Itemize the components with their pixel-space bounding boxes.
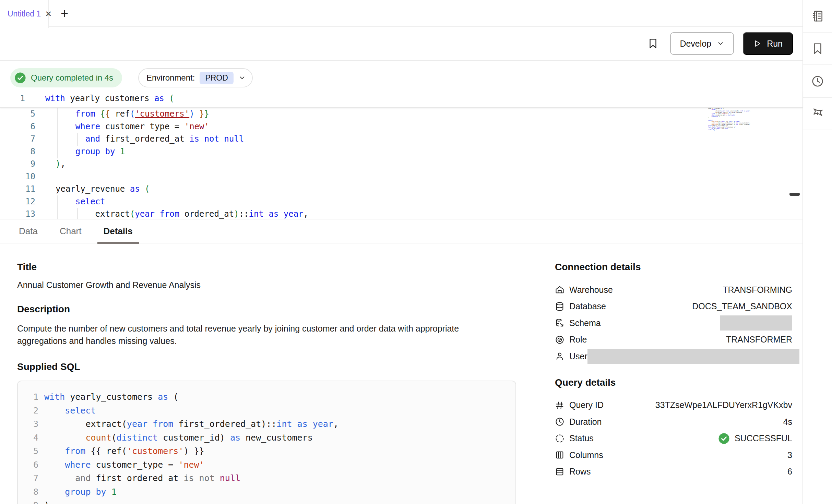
status-row: StatusSUCCESSFUL bbox=[555, 430, 792, 447]
line-number: 13 bbox=[0, 209, 35, 219]
sidebar-history-button[interactable] bbox=[803, 65, 832, 98]
line-code: ), bbox=[44, 500, 55, 504]
line-code: count(distinct customer_id) as new_custo… bbox=[44, 433, 313, 443]
duration-row: Duration4s bbox=[555, 413, 792, 430]
app-root: Untitled 1 ✕ + Develop Run Query compl bbox=[0, 0, 832, 504]
line-code: from {{ ref('customers') }} bbox=[56, 109, 209, 119]
row-value: DOCS_TEAM_SANDBOX bbox=[692, 301, 792, 311]
schema-row: Schema bbox=[555, 315, 792, 332]
hash-icon bbox=[555, 400, 569, 410]
tab-title[interactable]: Untitled 1 bbox=[8, 9, 41, 19]
develop-button[interactable]: Develop bbox=[670, 32, 734, 55]
redacted-value bbox=[720, 315, 792, 331]
role-row: RoleTRANSFORMER bbox=[555, 332, 792, 348]
line-code: yearly_revenue as ( bbox=[56, 184, 150, 194]
query-status-text: Query completed in 4s bbox=[31, 73, 113, 83]
columns-row: Columns3 bbox=[555, 447, 792, 464]
line-code: select bbox=[44, 406, 96, 416]
spinner-icon bbox=[555, 434, 569, 443]
schema-icon bbox=[555, 318, 569, 328]
line-code: with yearly_customers as ( bbox=[44, 392, 178, 402]
sidebar-sparkle-button[interactable] bbox=[803, 98, 832, 130]
bookmark-icon[interactable] bbox=[645, 35, 661, 52]
query-status-pill: Query completed in 4s bbox=[10, 68, 122, 87]
code-editor[interactable]: 1 with yearly_customers as ( 5 from {{ r… bbox=[0, 90, 803, 219]
line-number: 2 bbox=[18, 406, 38, 416]
editor-line[interactable]: 10 bbox=[0, 170, 803, 183]
line-number: 3 bbox=[18, 419, 38, 429]
tab-details[interactable]: Details bbox=[97, 219, 139, 243]
line-code: where customer_type = 'new' bbox=[56, 122, 209, 131]
query-id-row: Query ID33TZseWpe1ALFDUYerxR1gVKxbv bbox=[555, 397, 792, 414]
query-details-heading: Query details bbox=[555, 377, 792, 388]
editor-line[interactable]: 6 where customer_type = 'new' bbox=[0, 120, 803, 133]
row-label: Role bbox=[569, 335, 587, 345]
indent-guide bbox=[57, 195, 58, 219]
sidebar-notebook-button[interactable] bbox=[803, 0, 832, 33]
history-icon bbox=[811, 75, 824, 88]
clock-icon bbox=[555, 417, 569, 427]
row-label: Duration bbox=[569, 417, 602, 427]
connection-details-heading: Connection details bbox=[555, 262, 792, 273]
row-value: 3 bbox=[787, 450, 792, 460]
line-number: 4 bbox=[18, 433, 38, 443]
develop-label: Develop bbox=[680, 39, 711, 49]
columns-icon bbox=[555, 450, 569, 460]
role-icon bbox=[555, 335, 569, 345]
connection-rows: WarehouseTRANSFORMINGDatabaseDOCS_TEAM_S… bbox=[555, 281, 792, 365]
success-check-icon bbox=[14, 72, 26, 84]
rows-icon bbox=[555, 467, 569, 477]
line-code: ), bbox=[56, 159, 66, 169]
line-code: from {{ ref('customers') }} bbox=[44, 446, 204, 456]
editor-line[interactable]: 12 select bbox=[0, 195, 803, 208]
database-row: DatabaseDOCS_TEAM_SANDBOX bbox=[555, 298, 792, 315]
chevron-down-icon bbox=[238, 74, 246, 82]
warehouse-icon bbox=[555, 285, 569, 295]
sql-line: 6 where customer_type = 'new' bbox=[18, 458, 515, 472]
editor-line[interactable]: 9), bbox=[0, 158, 803, 170]
tab-data[interactable]: Data bbox=[13, 219, 44, 243]
line-number: 10 bbox=[0, 172, 35, 181]
environment-selector[interactable]: Environment: PROD bbox=[138, 68, 253, 87]
row-label: Query ID bbox=[569, 400, 604, 410]
tab-chart[interactable]: Chart bbox=[54, 219, 88, 243]
row-label: Warehouse bbox=[569, 285, 613, 295]
status-row: Query completed in 4s Environment: PROD bbox=[0, 61, 803, 90]
row-label: Schema bbox=[569, 318, 601, 328]
sticky-scroll-line[interactable]: 1 with yearly_customers as ( bbox=[0, 90, 803, 108]
sql-line: 4 count(distinct customer_id) as new_cus… bbox=[18, 431, 515, 445]
supplied-sql-heading: Supplied SQL bbox=[17, 361, 518, 372]
row-label: Columns bbox=[569, 450, 603, 460]
line-code: where customer_type = 'new' bbox=[44, 460, 204, 470]
editor-line[interactable]: 7 and first_ordered_at is not null bbox=[0, 133, 803, 145]
editor-line[interactable]: 8 group by 1 bbox=[0, 145, 803, 158]
user-icon bbox=[555, 351, 569, 361]
warehouse-row: WarehouseTRANSFORMING bbox=[555, 281, 792, 298]
sql-line: 8 group by 1 bbox=[18, 485, 515, 499]
sql-line: 1with yearly_customers as ( bbox=[18, 390, 515, 404]
line-number: 11 bbox=[0, 184, 35, 194]
run-button[interactable]: Run bbox=[743, 32, 793, 55]
sticky-line-number: 1 bbox=[0, 94, 25, 103]
row-value: 33TZseWpe1ALFDUYerxR1gVKxbv bbox=[655, 400, 792, 410]
sidebar-bookmark-button[interactable] bbox=[803, 33, 832, 65]
editor-line[interactable]: 13 extract(year from ordered_at)::int as… bbox=[0, 208, 803, 220]
connection-panel: Connection details WarehouseTRANSFORMING… bbox=[555, 243, 792, 480]
editor-line[interactable]: 11yearly_revenue as ( bbox=[0, 183, 803, 195]
row-label: User bbox=[569, 351, 587, 361]
line-number: 1 bbox=[18, 392, 38, 402]
supplied-sql-block: 1with yearly_customers as (2 select3 ext… bbox=[17, 381, 516, 504]
environment-value-chip: PROD bbox=[200, 72, 233, 84]
line-code: extract(year from ordered_at)::int as ye… bbox=[56, 209, 308, 219]
row-value: TRANSFORMER bbox=[726, 335, 792, 345]
row-value: SUCCESSFUL bbox=[735, 433, 792, 443]
editor-scrollbar-thumb[interactable] bbox=[789, 193, 800, 196]
line-code: and first_ordered_at is not null bbox=[56, 134, 244, 144]
new-tab-button[interactable]: + bbox=[49, 0, 80, 27]
editor-line[interactable]: 5 from {{ ref('customers') }} bbox=[0, 108, 803, 120]
tab-untitled-1[interactable]: Untitled 1 ✕ bbox=[0, 0, 49, 28]
title-value: Annual Customer Growth and Revenue Analy… bbox=[17, 280, 518, 290]
right-sidebar bbox=[803, 0, 832, 504]
line-number: 9 bbox=[18, 500, 38, 504]
user-row: User bbox=[555, 348, 792, 365]
